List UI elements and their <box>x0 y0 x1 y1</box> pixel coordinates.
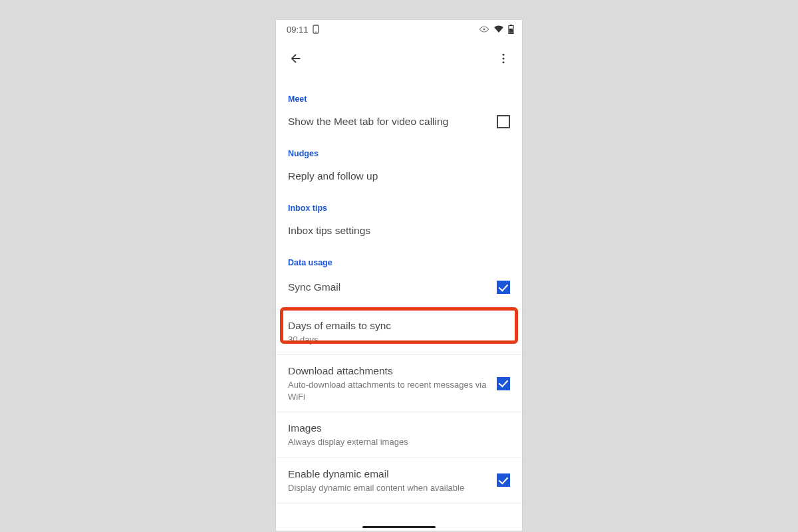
setting-reply-followup[interactable]: Reply and follow up <box>276 162 522 192</box>
checkbox-checked[interactable] <box>497 377 510 390</box>
eye-icon <box>479 26 489 33</box>
checkbox-checked[interactable] <box>497 473 510 487</box>
setting-title: Images <box>288 422 510 436</box>
setting-show-meet-tab[interactable]: Show the Meet tab for video calling <box>276 108 522 137</box>
svg-point-8 <box>503 61 505 63</box>
svg-point-1 <box>315 31 317 33</box>
clock: 09:11 <box>287 25 309 35</box>
setting-subtitle: Display dynamic email content when avail… <box>288 482 489 494</box>
setting-inbox-tips[interactable]: Inbox tips settings <box>276 217 522 246</box>
setting-download-attachments[interactable]: Download attachments Auto-download attac… <box>276 355 522 412</box>
wifi-icon <box>493 25 504 33</box>
setting-subtitle: Always display external images <box>288 436 510 448</box>
checkbox-checked[interactable] <box>497 281 510 294</box>
setting-title: Download attachments <box>288 364 489 378</box>
app-bar <box>276 37 522 82</box>
setting-sync-gmail[interactable]: Sync Gmail <box>276 271 522 304</box>
setting-title: Show the Meet tab for video calling <box>288 115 489 129</box>
divider <box>276 503 522 503</box>
svg-point-6 <box>503 54 505 56</box>
back-button[interactable] <box>283 47 309 73</box>
setting-title: Enable dynamic email <box>288 467 489 481</box>
setting-days-sync[interactable]: Days of emails to sync 30 days <box>276 310 522 354</box>
checkbox-unchecked[interactable] <box>497 115 510 128</box>
more-vert-icon <box>497 52 510 68</box>
setting-subtitle: Auto-download attachments to recent mess… <box>288 379 489 402</box>
setting-subtitle: 30 days <box>288 334 510 346</box>
phone-portrait-icon <box>313 25 319 34</box>
overflow-menu-button[interactable] <box>490 47 517 73</box>
phone-frame: 09:11 Me <box>276 20 522 531</box>
setting-title: Sync Gmail <box>288 281 489 295</box>
svg-rect-5 <box>509 29 513 33</box>
battery-icon <box>508 25 514 34</box>
section-header-inbox-tips: Inbox tips <box>276 192 522 217</box>
svg-point-7 <box>503 58 505 60</box>
arrow-left-icon <box>289 51 303 68</box>
status-bar: 09:11 <box>276 20 522 37</box>
setting-title: Inbox tips settings <box>288 224 510 238</box>
section-header-nudges: Nudges <box>276 137 522 162</box>
section-header-data-usage: Data usage <box>276 246 522 271</box>
section-header-meet: Meet <box>276 82 522 108</box>
setting-images[interactable]: Images Always display external images <box>276 412 522 457</box>
setting-title: Reply and follow up <box>288 170 510 184</box>
home-indicator <box>362 526 436 528</box>
setting-title: Days of emails to sync <box>288 319 510 333</box>
svg-point-2 <box>483 28 485 30</box>
setting-dynamic-email[interactable]: Enable dynamic email Display dynamic ema… <box>276 458 522 503</box>
